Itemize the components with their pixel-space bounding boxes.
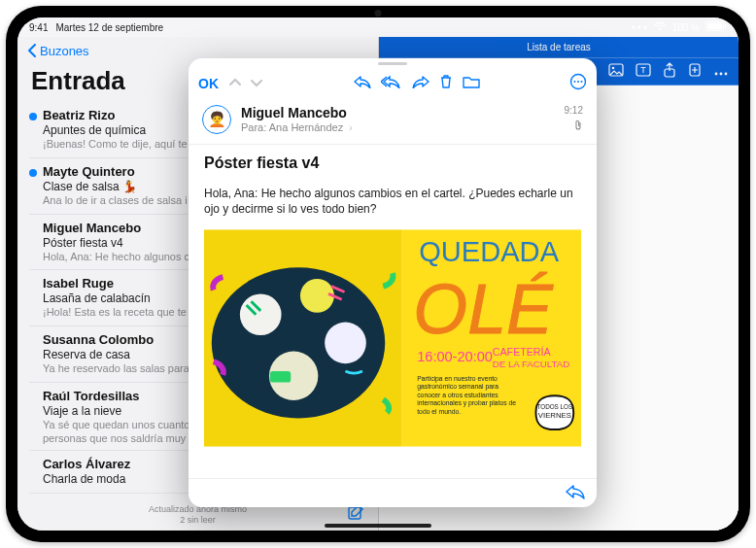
- svg-point-14: [715, 72, 718, 75]
- poster-image: QUEDADA OLÉ 16:00-20:00 CAFETERÍA DE LA …: [204, 226, 581, 450]
- more-circle-icon[interactable]: [569, 73, 587, 94]
- status-time: 9:41: [29, 22, 48, 33]
- battery-percent: 100 %: [672, 22, 700, 33]
- popup-toolbar: OK: [189, 68, 597, 99]
- poster-hours: 16:00-20:00: [417, 350, 493, 365]
- svg-point-19: [574, 81, 576, 83]
- home-indicator[interactable]: [325, 524, 431, 528]
- text-box-icon[interactable]: T: [636, 63, 651, 81]
- svg-rect-4: [707, 23, 722, 29]
- popup-subject: Póster fiesta v4: [204, 154, 581, 172]
- attachment-icon: [565, 120, 583, 133]
- svg-point-25: [240, 294, 282, 336]
- screen: 9:41 Martes 12 de septiembre 100 % Buzon…: [17, 17, 739, 531]
- ipad-frame: 9:41 Martes 12 de septiembre 100 % Buzon…: [6, 6, 750, 542]
- image-icon[interactable]: [608, 63, 624, 81]
- poster-big: OLÉ: [413, 271, 554, 349]
- svg-point-20: [577, 81, 579, 83]
- add-page-icon[interactable]: [688, 62, 702, 82]
- popup-to-line[interactable]: Para: Ana Hernández ›: [241, 121, 555, 133]
- svg-text:TODOS LOS: TODOS LOS: [537, 403, 573, 410]
- move-folder-icon[interactable]: [463, 75, 480, 92]
- svg-point-26: [300, 279, 334, 313]
- reply-all-icon[interactable]: [381, 75, 402, 92]
- battery-icon: [705, 21, 727, 33]
- svg-point-0: [632, 25, 635, 28]
- status-date: Martes 12 de septiembre: [55, 22, 163, 33]
- trash-icon[interactable]: [439, 74, 453, 93]
- popup-sender: Miguel Mancebo: [241, 105, 555, 120]
- more-icon[interactable]: [713, 63, 729, 81]
- svg-point-16: [725, 72, 728, 75]
- svg-point-27: [325, 323, 366, 364]
- prev-message-button[interactable]: [228, 75, 242, 92]
- popup-footer: [189, 478, 597, 507]
- poster-venue-1: CAFETERÍA: [493, 347, 552, 359]
- popup-body: Póster fiesta v4 Hola, Ana: He hecho alg…: [189, 145, 597, 478]
- svg-text:T: T: [640, 65, 646, 75]
- message-popup: OK 🧑‍🦱 Miguel Mancebo: [189, 58, 597, 507]
- ok-button[interactable]: OK: [198, 76, 219, 91]
- multitask-dots-icon[interactable]: [632, 22, 647, 33]
- avatar[interactable]: 🧑‍🦱: [202, 105, 231, 134]
- svg-point-15: [720, 72, 723, 75]
- status-bar-right: 100 %: [378, 17, 739, 37]
- forward-icon[interactable]: [412, 75, 430, 92]
- svg-point-1: [637, 25, 640, 28]
- svg-point-9: [612, 66, 615, 69]
- quick-reply-icon[interactable]: [566, 484, 585, 503]
- chevron-left-icon: [27, 44, 36, 57]
- svg-text:VIERNES: VIERNES: [538, 412, 571, 421]
- chevron-right-icon: ›: [349, 122, 352, 133]
- share-icon[interactable]: [663, 62, 676, 82]
- poster-venue-2: DE LA FACULTAD: [493, 359, 569, 369]
- poster-headline: QUEDADA: [419, 237, 559, 268]
- wifi-icon: [653, 21, 667, 33]
- popup-header: 🧑‍🦱 Miguel Mancebo Para: Ana Hernández ›…: [189, 99, 597, 145]
- mail-back-label: Buzones: [40, 44, 89, 58]
- popup-to-label: Para:: [241, 121, 266, 133]
- notes-doc-title[interactable]: Lista de tareas: [379, 37, 739, 58]
- mail-footer: Actualizado ahora mismo 2 sin leer: [17, 504, 378, 527]
- popup-to-name: Ana Hernández: [269, 121, 343, 133]
- svg-point-2: [643, 25, 646, 28]
- grabber-handle[interactable]: [189, 58, 597, 68]
- svg-rect-5: [725, 24, 727, 28]
- popup-text: Hola, Ana: He hecho algunos cambios en e…: [204, 186, 581, 217]
- svg-rect-29: [270, 371, 291, 383]
- next-message-button[interactable]: [250, 75, 263, 92]
- reply-icon[interactable]: [354, 75, 371, 92]
- svg-point-21: [581, 81, 583, 83]
- popup-time: 9:12: [565, 105, 583, 116]
